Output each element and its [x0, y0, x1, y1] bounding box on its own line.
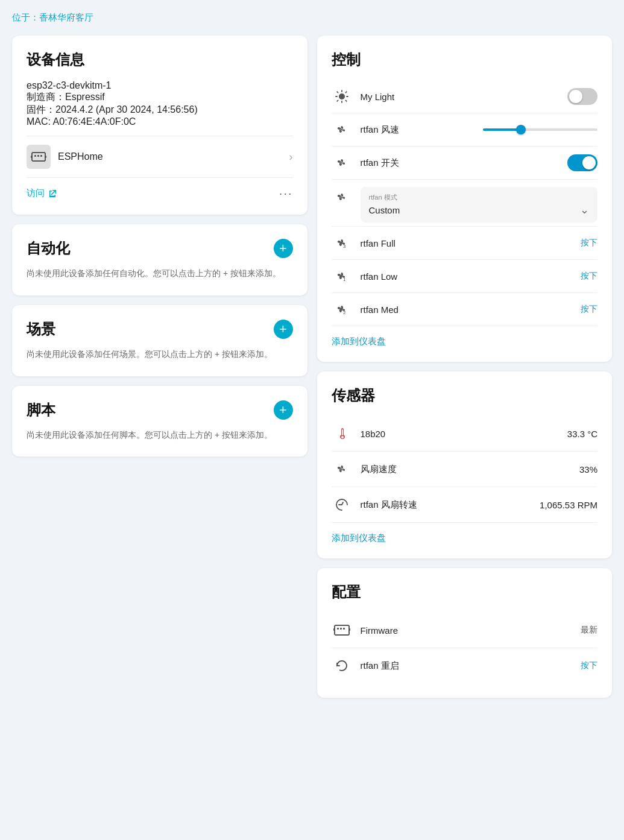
control-title: 控制 — [332, 50, 598, 69]
my-light-toggle[interactable] — [567, 88, 597, 105]
rtfan-med-row: 2 rtfan Med 按下 — [332, 293, 598, 326]
svg-rect-18 — [335, 625, 349, 635]
rtfan-restart-row: rtfan 重启 按下 — [332, 648, 598, 683]
sensor-18b20-label: 18b20 — [361, 429, 559, 439]
svg-point-10 — [341, 162, 342, 164]
rtfan-full-button[interactable]: 按下 — [581, 238, 597, 248]
config-title: 配置 — [332, 583, 598, 602]
more-options-button[interactable]: ··· — [279, 186, 293, 200]
rtfan-switch-row: rtfan 开关 — [332, 147, 598, 180]
rtfan-low-button[interactable]: 按下 — [581, 271, 597, 282]
breadcrumb: 位于：香林华府客厅 — [12, 12, 612, 24]
rtfan-switch-icon — [332, 153, 352, 173]
rtfan-switch-label: rtfan 开关 — [361, 157, 559, 169]
svg-rect-22 — [333, 628, 335, 631]
svg-rect-1 — [34, 155, 36, 157]
rtfan-restart-label: rtfan 重启 — [361, 660, 573, 672]
device-firmware: 固件：2024.4.2 (Apr 30 2024, 14:56:56) — [27, 104, 293, 116]
svg-text:2: 2 — [343, 310, 346, 315]
svg-point-17 — [341, 469, 342, 470]
sensor-add-dashboard-button[interactable]: 添加到仪表盘 — [332, 523, 598, 544]
esphome-label: ESPHome — [58, 151, 289, 162]
rtfan-speed-label: rtfan 风速 — [361, 124, 475, 136]
rtfan-mode-icon — [332, 187, 352, 207]
device-manufacturer: 制造商：Espressif — [27, 91, 293, 104]
config-card: 配置 Firmware 最新 — [317, 568, 613, 698]
rtfan-full-label: rtfan Full — [361, 238, 573, 248]
my-light-row: My Light — [332, 80, 598, 113]
sensor-rpm-label: rtfan 风扇转速 — [361, 499, 532, 511]
visit-link[interactable]: 访问 — [27, 188, 57, 199]
esphome-icon — [27, 145, 51, 169]
scene-title: 场景 — [27, 320, 55, 339]
sensor-title: 传感器 — [332, 386, 598, 405]
temp-sensor-icon — [332, 423, 352, 444]
control-add-dashboard-button[interactable]: 添加到仪表盘 — [332, 326, 598, 347]
fan-speed-icon — [332, 119, 352, 140]
rtfan-switch-toggle[interactable] — [567, 154, 597, 171]
svg-rect-4 — [31, 156, 32, 158]
svg-rect-21 — [343, 628, 345, 630]
svg-point-12 — [341, 197, 342, 198]
rtfan-restart-button[interactable]: 按下 — [581, 660, 597, 671]
sensor-rpm-value: 1,065.53 RPM — [540, 500, 597, 510]
svg-point-8 — [341, 129, 342, 131]
rtfan-mode-row: rtfan 模式 Custom ⌄ — [332, 180, 598, 227]
sensor-rpm-icon — [332, 494, 352, 515]
firmware-icon — [332, 620, 352, 640]
add-script-button[interactable]: + — [274, 400, 293, 420]
my-light-label: My Light — [361, 92, 559, 102]
device-info-title: 设备信息 — [27, 50, 293, 69]
rtfan-speed-slider[interactable] — [483, 128, 597, 131]
script-empty-text: 尚未使用此设备添加任何脚本。您可以点击上方的 + 按钮来添加。 — [27, 428, 293, 443]
sensor-fan-speed-value: 33% — [579, 464, 597, 475]
sensor-rpm-row: rtfan 风扇转速 1,065.53 RPM — [332, 487, 598, 523]
sensor-card: 传感器 18b20 33.3 °C 风扇速度 33% — [317, 371, 613, 558]
svg-rect-2 — [37, 155, 39, 157]
rtfan-mode-value: Custom — [369, 205, 400, 215]
automation-empty-text: 尚未使用此设备添加任何自动化。您可以点击上方的 + 按钮来添加。 — [27, 267, 293, 281]
sensor-18b20-value: 33.3 °C — [567, 429, 597, 439]
device-info-card: 设备信息 esp32-c3-devkitm-1 制造商：Espressif 固件… — [12, 36, 307, 215]
svg-text:3: 3 — [343, 244, 346, 249]
rtfan-low-icon: 1 — [332, 266, 352, 286]
device-mac: MAC: A0:76:4E:4A:0F:0C — [27, 116, 293, 127]
add-scene-button[interactable]: + — [274, 320, 293, 339]
rtfan-med-button[interactable]: 按下 — [581, 304, 597, 315]
svg-point-6 — [339, 93, 345, 99]
rtfan-mode-dropdown[interactable]: rtfan 模式 Custom ⌄ — [361, 187, 598, 223]
automation-card: 自动化 + 尚未使用此设备添加任何自动化。您可以点击上方的 + 按钮来添加。 — [12, 224, 307, 295]
rtfan-mode-field-label: rtfan 模式 — [369, 193, 590, 202]
svg-text:1: 1 — [343, 277, 346, 282]
firmware-label: Firmware — [361, 625, 573, 636]
esphome-row[interactable]: ESPHome › — [27, 136, 293, 178]
device-footer: 访问 ··· — [27, 178, 293, 200]
sensor-18b20-row: 18b20 33.3 °C — [332, 416, 598, 452]
rtfan-med-icon: 2 — [332, 299, 352, 320]
add-automation-button[interactable]: + — [274, 239, 293, 258]
firmware-row: Firmware 最新 — [332, 613, 598, 648]
svg-rect-19 — [337, 628, 339, 630]
device-model: esp32-c3-devkitm-1 — [27, 80, 293, 91]
scene-card: 场景 + 尚未使用此设备添加任何场景。您可以点击上方的 + 按钮来添加。 — [12, 305, 307, 376]
restart-icon — [332, 655, 352, 676]
sensor-fan-icon — [332, 459, 352, 479]
script-card: 脚本 + 尚未使用此设备添加任何脚本。您可以点击上方的 + 按钮来添加。 — [12, 386, 307, 457]
light-icon — [332, 86, 352, 107]
chevron-right-icon: › — [289, 151, 293, 163]
rtfan-speed-row: rtfan 风速 — [332, 113, 598, 147]
script-title: 脚本 — [27, 400, 55, 420]
svg-rect-3 — [40, 155, 42, 157]
sensor-fan-speed-label: 风扇速度 — [361, 464, 571, 475]
svg-rect-5 — [45, 156, 46, 158]
rtfan-full-icon: 3 — [332, 233, 352, 253]
scene-empty-text: 尚未使用此设备添加任何场景。您可以点击上方的 + 按钮来添加。 — [27, 347, 293, 362]
firmware-value: 最新 — [581, 625, 597, 636]
control-card: 控制 My Light rtfan 风速 — [317, 36, 613, 362]
automation-title: 自动化 — [27, 239, 70, 258]
rtfan-low-row: 1 rtfan Low 按下 — [332, 260, 598, 293]
svg-rect-20 — [340, 628, 342, 630]
rtfan-med-label: rtfan Med — [361, 305, 573, 315]
svg-rect-23 — [349, 628, 350, 631]
rtfan-mode-chevron-icon: ⌄ — [580, 203, 589, 216]
